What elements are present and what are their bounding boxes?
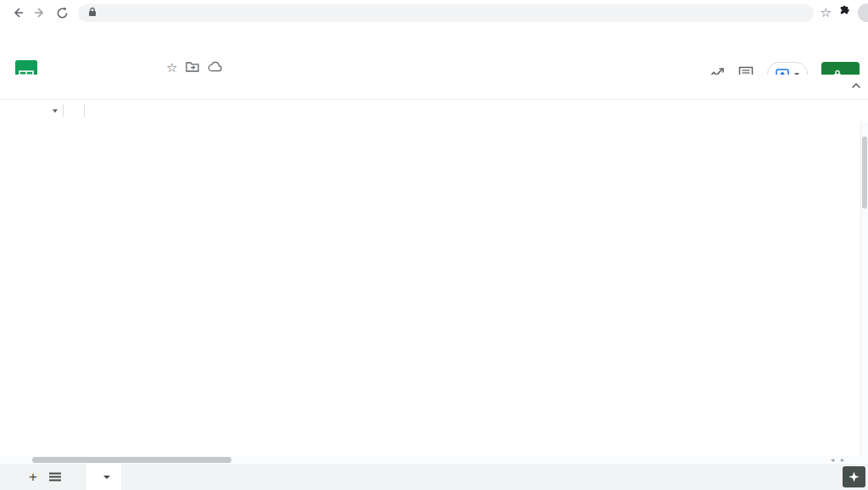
browser-toolbar: ☆ xyxy=(0,0,868,26)
vertical-scrollbar[interactable] xyxy=(860,121,868,456)
all-sheets-icon[interactable] xyxy=(44,466,66,488)
sheet-tab-caret-icon xyxy=(103,476,110,479)
spreadsheet-grid[interactable] xyxy=(0,121,868,456)
vertical-scroll-thumb[interactable] xyxy=(862,136,867,209)
formula-bar xyxy=(0,100,868,122)
collapse-toolbar-icon[interactable] xyxy=(851,77,861,92)
bookmark-star-icon[interactable]: ☆ xyxy=(821,5,832,20)
sheet-tab-bar: + xyxy=(0,464,868,490)
scroll-left-icon[interactable]: ◂ xyxy=(831,456,834,464)
name-box[interactable] xyxy=(0,109,63,113)
move-to-folder-icon[interactable] xyxy=(186,60,199,75)
toolbar xyxy=(0,75,868,100)
add-sheet-icon[interactable]: + xyxy=(22,466,44,488)
extensions-puzzle-icon[interactable] xyxy=(838,5,851,21)
star-icon[interactable]: ☆ xyxy=(166,60,177,75)
name-box-caret-icon xyxy=(53,109,58,113)
address-bar[interactable] xyxy=(78,4,814,22)
browser-reload-icon[interactable] xyxy=(51,2,73,24)
scroll-right-icon[interactable]: ▸ xyxy=(841,456,844,464)
sheet-tab-sheet1[interactable] xyxy=(86,464,121,490)
sheets-header: ☆ xyxy=(0,25,868,75)
horizontal-scroll-thumb[interactable] xyxy=(32,457,231,463)
cloud-status-icon[interactable] xyxy=(208,60,222,75)
horizontal-scrollbar[interactable]: ◂▸ xyxy=(0,456,868,464)
browser-forward-icon[interactable] xyxy=(29,2,51,24)
browser-back-icon[interactable] xyxy=(7,2,29,24)
profile-avatar[interactable] xyxy=(858,3,868,22)
explore-button[interactable] xyxy=(843,466,865,487)
https-lock-icon xyxy=(88,5,97,20)
